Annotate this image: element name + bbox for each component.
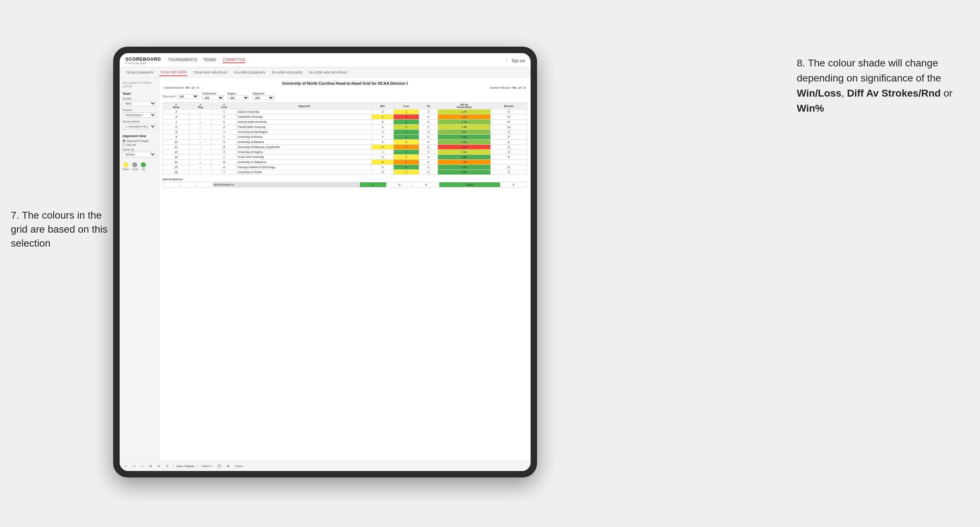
nav-tournaments[interactable]: TOURNAMENTS (168, 57, 197, 63)
col-rank: #Rank (163, 103, 190, 110)
table-row: 12 - 3 University of Virginia 1 0 0 2.33… (163, 150, 527, 155)
toolbar-copy[interactable]: ⊞ (148, 464, 153, 468)
colour-by-label: Colour by (123, 148, 156, 151)
nav-committee[interactable]: COMMITTEE (223, 57, 245, 63)
logo-area: SCOREBOARD Powered by clippd (126, 56, 161, 64)
toolbar: ↩ ↪ ⤿ ⊞ ⊟ ⏱ View: Original Watch ▾ 💬 ⊠ S… (119, 461, 531, 471)
table-row: 13 - 1 Texas Tech University 3 0 0 5.56 … (163, 155, 527, 160)
grid-title: University of North Carolina Head-to-Hea… (163, 81, 527, 86)
toolbar-undo[interactable]: ↩ (123, 464, 129, 468)
toolbar-comment[interactable]: 💬 (216, 464, 223, 468)
table-row: 10 - 5 University of Alabama 3 0 0 2.61 … (163, 140, 527, 144)
table-row: 11 - 6 University of Arkansas, Fayettevi… (163, 144, 527, 150)
filter-group-conference: Conference (All) (202, 92, 224, 100)
radio-circle-1 (123, 139, 126, 142)
last-updated: Last Updated: 27/03/2024 16:55:38 (123, 81, 156, 88)
radio-opponents-played[interactable]: Opponents Played (123, 139, 156, 143)
radio-circle-2 (123, 143, 126, 146)
toolbar-share[interactable]: Share (234, 464, 244, 468)
toolbar-forward[interactable]: ⤿ (140, 464, 145, 468)
subnav-team-summary[interactable]: TEAM SUMMARY (126, 69, 154, 76)
tablet-screen: SCOREBOARD Powered by clippd TOURNAMENTS… (119, 53, 531, 471)
col-diff: Diff AvStrokes/Rnd (438, 103, 490, 110)
logo-sub: Powered by clippd (126, 62, 161, 64)
table-row: 15 - 4 Georgia Institute of Technology 5… (163, 165, 527, 170)
toolbar-view-label: View: Original (177, 465, 194, 468)
left-panel: Last Updated: 27/03/2024 16:55:38 Team G… (119, 78, 159, 461)
subnav-team-h2h-grid[interactable]: TEAM H2H GRID (159, 69, 188, 76)
school-select[interactable]: 1. University of Nort... (123, 124, 156, 129)
toolbar-clock[interactable]: ⏱ (164, 464, 170, 468)
main-nav: TOURNAMENTS TEAMS COMMITTEE (168, 57, 506, 63)
table-header-row: #Rank #Reg #Conf Opponent Win Loss Tie D… (163, 103, 527, 110)
table-row: 6 - 2 Florida State University 4 2 0 1.8… (163, 125, 527, 130)
ood-table-row: NCAA Division II 1 0 0 26.00 3 (163, 183, 527, 187)
app-header: SCOREBOARD Powered by clippd TOURNAMENTS… (119, 53, 531, 67)
toolbar-sep-1 (173, 464, 173, 469)
region-filter-select[interactable]: (All) (228, 95, 249, 100)
nav-teams[interactable]: TEAMS (203, 57, 216, 63)
up-dot (141, 162, 146, 167)
table-row: 9 - 1 University of Arizona 1 0 0 9.00 2 (163, 135, 527, 140)
toolbar-sep-2 (197, 464, 197, 469)
filter-group-opponents: Opponents: (All) (163, 94, 199, 99)
sub-nav: TEAM SUMMARY TEAM H2H GRID TEAM H2H HEAT… (119, 67, 531, 78)
opponents-filter-select[interactable]: (All) (177, 94, 199, 99)
division-select[interactable]: NCAA Division I (123, 113, 156, 118)
col-rounds: Rounds (491, 103, 527, 110)
toolbar-watch[interactable]: Watch ▾ (200, 464, 213, 468)
subnav-player-h2h-grid[interactable]: PLAYER H2H GRID (271, 69, 303, 76)
table-row: 3 - 2 Vanderbilt University 0 4 0 -2.29 … (163, 114, 527, 119)
opponent-view-title: Opponent View (123, 134, 156, 138)
gender-select[interactable]: Men's (123, 101, 156, 106)
table-row: 8 - 2 University of Washington 1 0 0 3.6… (163, 130, 527, 135)
opponent-filter-select[interactable]: (All) (253, 95, 274, 100)
filter-group-region: Region (All) (228, 92, 249, 100)
gender-label: Gender (123, 97, 156, 100)
data-table: #Rank #Reg #Conf Opponent Win Loss Tie D… (163, 102, 527, 175)
grid-area: University of North Carolina Head-to-Hea… (159, 78, 531, 461)
col-win: Win (372, 103, 393, 110)
down-dot (123, 162, 128, 167)
conference-filter-select[interactable]: (All) (202, 95, 224, 100)
col-conf: #Conf (212, 103, 237, 110)
level-dot (132, 162, 137, 167)
col-loss: Loss (393, 103, 419, 110)
legend-level: Level (132, 162, 138, 170)
out-of-division: Out of division NCAA Division II 1 0 0 2… (163, 178, 527, 187)
subnav-player-h2h-heatmap[interactable]: PLAYER H2H HEATMAP (308, 69, 348, 76)
table-row: 2 - 1 Auburn University 2 1 0 1.67 9 (163, 110, 527, 114)
table-row: 4 - 1 Arizona State University 5 1 0 2.2… (163, 119, 527, 125)
legend-up: Up (141, 162, 146, 170)
filter-row: Opponents: (All) Conference (All) (163, 92, 527, 100)
grid-subtitle: Overall Record: 89 - 17 - 0 Division Rec… (163, 86, 527, 89)
main-content: Last Updated: 27/03/2024 16:55:38 Team G… (119, 78, 531, 461)
sign-out-area: | Sign out (506, 57, 525, 63)
filter-group-opponent: Opponent (All) (253, 92, 274, 100)
subnav-team-h2h-heatmap[interactable]: TEAM H2H HEATMAP (192, 69, 229, 76)
team-section-title: Team (123, 92, 156, 95)
col-tie: Tie (419, 103, 438, 110)
colour-legend: Down Level Up (123, 162, 156, 170)
radio-top100[interactable]: Top 100 (123, 143, 156, 146)
toolbar-paste[interactable]: ⊟ (156, 464, 162, 468)
out-of-division-table: NCAA Division II 1 0 0 26.00 3 (163, 182, 527, 187)
annotation-left: 7. The colours in the grid are based on … (11, 208, 111, 251)
annotation-right: 8. The colour shade will change dependin… (797, 56, 969, 116)
division-label: Division (123, 108, 156, 112)
subnav-player-summary[interactable]: PLAYER SUMMARY (234, 69, 266, 76)
school-label: School (Rank) (123, 120, 156, 123)
radio-group: Opponents Played Top 100 (123, 139, 156, 146)
col-reg: #Reg (189, 103, 212, 110)
toolbar-share-icon[interactable]: ⊠ (226, 464, 231, 468)
col-opponent: Opponent (237, 103, 372, 110)
logo-text: SCOREBOARD (126, 56, 161, 62)
legend-down: Down (123, 162, 129, 170)
tablet-frame: SCOREBOARD Powered by clippd TOURNAMENTS… (113, 47, 537, 478)
sign-out-btn[interactable]: Sign out (512, 59, 525, 63)
table-row: 14 - 0 University of Oklahoma 0 1 0 -1.0… (163, 160, 527, 165)
table-row: 16 - 7 University of Florida 3 1 0 6.62 … (163, 170, 527, 175)
toolbar-redo[interactable]: ↪ (132, 464, 137, 468)
colour-by-select[interactable]: Win/loss (123, 152, 156, 157)
